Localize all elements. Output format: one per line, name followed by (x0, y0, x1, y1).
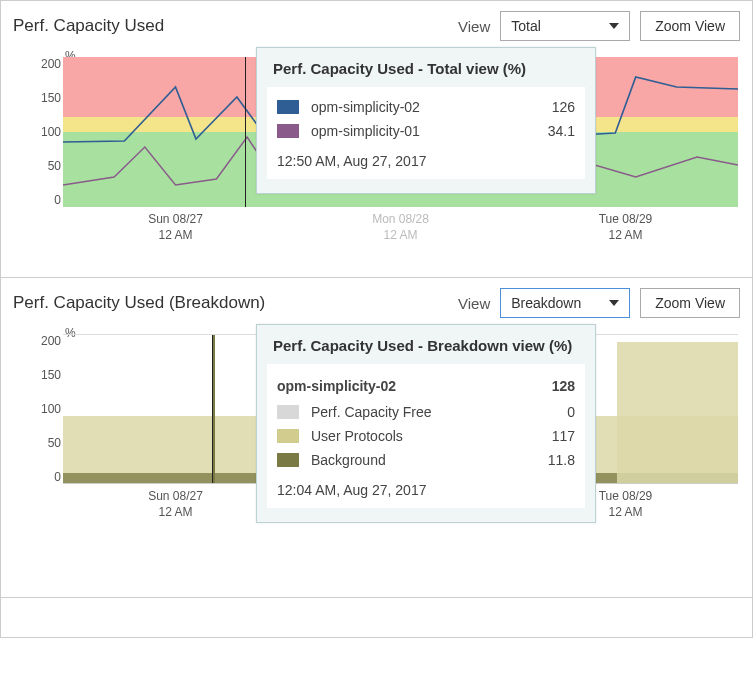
y-axis: 200 150 100 50 0 (13, 334, 61, 484)
view-select-total[interactable]: Total (500, 11, 630, 41)
panel-title: Perf. Capacity Used (13, 16, 458, 36)
hover-cursor (212, 335, 213, 483)
x-tick: Mon 08/28 12 AM (289, 212, 512, 243)
tooltip-total: Perf. Capacity Used - Total view (%) opm… (256, 47, 596, 194)
panel-title: Perf. Capacity Used (Breakdown) (13, 293, 458, 313)
swatch-icon (277, 453, 299, 467)
tooltip-title: Perf. Capacity Used - Breakdown view (%) (273, 337, 579, 354)
tooltip-series-value: 128 (525, 378, 575, 394)
tooltip-label: opm-simplicity-01 (311, 123, 525, 139)
tooltip-label: Background (311, 452, 525, 468)
chart-total[interactable]: 200 150 100 50 0 % Sun 08/27 12 AM Mon (1, 47, 752, 277)
view-label: View (458, 18, 490, 35)
x-tick-time: 12 AM (289, 228, 512, 244)
x-tick-date: Tue 08/29 (514, 212, 737, 228)
x-axis: Sun 08/27 12 AM Mon 08/28 12 AM Tue 08/2… (63, 212, 738, 243)
tooltip-series-total: opm-simplicity-02 128 (277, 372, 575, 400)
zoom-view-button[interactable]: Zoom View (640, 11, 740, 41)
swatch-icon (277, 124, 299, 138)
x-tick: Sun 08/27 12 AM (64, 489, 287, 520)
tooltip-value: 34.1 (525, 123, 575, 139)
x-tick-time: 12 AM (514, 228, 737, 244)
stack-user-protocols-spike (617, 342, 739, 483)
tooltip-body: opm-simplicity-02 128 Perf. Capacity Fre… (267, 364, 585, 508)
tooltip-body: opm-simplicity-02 126 opm-simplicity-01 … (267, 87, 585, 179)
x-tick-date: Sun 08/27 (64, 212, 287, 228)
tooltip-row: opm-simplicity-01 34.1 (277, 119, 575, 143)
empty-panel (0, 598, 753, 638)
panel-breakdown: Perf. Capacity Used (Breakdown) View Bre… (0, 278, 753, 598)
tooltip-timestamp: 12:50 AM, Aug 27, 2017 (277, 153, 575, 169)
tooltip-label: User Protocols (311, 428, 525, 444)
tooltip-row: User Protocols 117 (277, 424, 575, 448)
view-select-value: Breakdown (511, 295, 581, 311)
x-tick-time: 12 AM (64, 505, 287, 521)
panel-header: Perf. Capacity Used (Breakdown) View Bre… (1, 278, 752, 324)
y-axis: 200 150 100 50 0 (13, 57, 61, 207)
y-tick: 0 (13, 193, 61, 207)
view-select-value: Total (511, 18, 541, 34)
tooltip-timestamp: 12:04 AM, Aug 27, 2017 (277, 482, 575, 498)
panel-header: Perf. Capacity Used View Total Zoom View (1, 1, 752, 47)
zoom-view-button[interactable]: Zoom View (640, 288, 740, 318)
swatch-icon (277, 405, 299, 419)
y-tick: 200 (13, 57, 61, 71)
y-tick: 100 (13, 402, 61, 416)
panel-total: Perf. Capacity Used View Total Zoom View… (0, 0, 753, 278)
tooltip-series-label: opm-simplicity-02 (277, 378, 525, 394)
view-select-breakdown[interactable]: Breakdown (500, 288, 630, 318)
y-tick: 0 (13, 470, 61, 484)
swatch-icon (277, 429, 299, 443)
tooltip-row: Background 11.8 (277, 448, 575, 472)
tooltip-value: 117 (525, 428, 575, 444)
tooltip-value: 11.8 (525, 452, 575, 468)
y-tick: 50 (13, 159, 61, 173)
x-tick-date: Mon 08/28 (289, 212, 512, 228)
tooltip-row: Perf. Capacity Free 0 (277, 400, 575, 424)
hover-cursor (245, 57, 246, 207)
y-tick: 150 (13, 368, 61, 382)
chevron-down-icon (609, 23, 619, 29)
tooltip-breakdown: Perf. Capacity Used - Breakdown view (%)… (256, 324, 596, 523)
y-tick: 100 (13, 125, 61, 139)
swatch-icon (277, 100, 299, 114)
tooltip-value: 0 (525, 404, 575, 420)
chart-breakdown[interactable]: 200 150 100 50 0 % Sun 08/27 12 AM Mon 0… (1, 324, 752, 554)
y-tick: 150 (13, 91, 61, 105)
tooltip-label: Perf. Capacity Free (311, 404, 525, 420)
tooltip-value: 126 (525, 99, 575, 115)
x-tick: Sun 08/27 12 AM (64, 212, 287, 243)
view-label: View (458, 295, 490, 312)
x-tick: Tue 08/29 12 AM (514, 212, 737, 243)
tooltip-label: opm-simplicity-02 (311, 99, 525, 115)
tooltip-title: Perf. Capacity Used - Total view (%) (273, 60, 579, 77)
y-tick: 50 (13, 436, 61, 450)
x-tick-time: 12 AM (64, 228, 287, 244)
chevron-down-icon (609, 300, 619, 306)
x-tick-date: Sun 08/27 (64, 489, 287, 505)
tooltip-row: opm-simplicity-02 126 (277, 95, 575, 119)
y-tick: 200 (13, 334, 61, 348)
